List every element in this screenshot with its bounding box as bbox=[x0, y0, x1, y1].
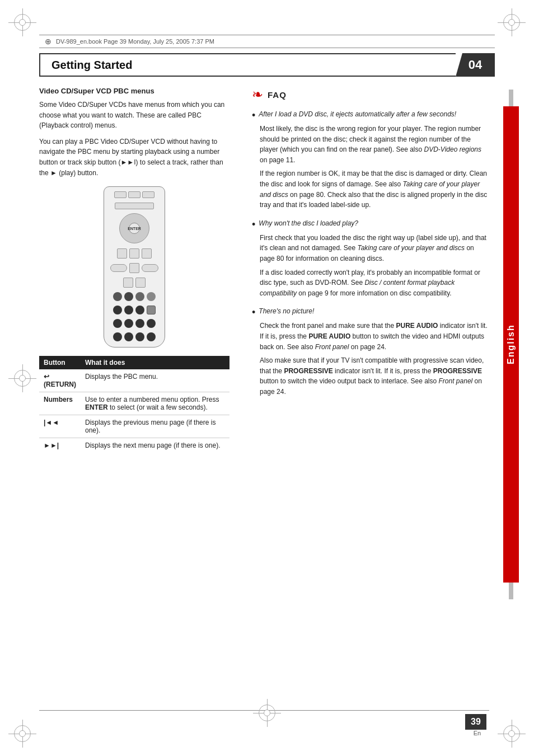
corner-decoration-tr bbox=[495, 6, 528, 39]
sidebar-label-text: English bbox=[503, 106, 519, 583]
remote-oval3 bbox=[142, 264, 158, 272]
table-cell-button: Numbers bbox=[39, 392, 81, 415]
remote-slot3 bbox=[142, 191, 154, 198]
table-header-button: Button bbox=[39, 356, 81, 369]
remote-oval-row bbox=[110, 263, 158, 273]
remote-btn1 bbox=[117, 248, 127, 259]
remote-round15 bbox=[147, 332, 156, 341]
section-para2: You can play a PBC Video CD/Super VCD wi… bbox=[39, 137, 229, 178]
remote-round-row5 bbox=[113, 332, 156, 341]
table-cell-button: ↩(RETURN) bbox=[39, 369, 81, 392]
remote-round4 bbox=[147, 292, 156, 301]
sidebar-language: English bbox=[505, 90, 517, 599]
faq-question-text: There's no picture! bbox=[259, 307, 314, 315]
table-cell-desc: Displays the PBC menu. bbox=[81, 369, 229, 392]
faq-question-text: Why won't the disc I loaded play? bbox=[259, 219, 358, 227]
remote-btn2 bbox=[129, 248, 139, 259]
right-column: ❧ FAQ • After I load a DVD disc, it ejec… bbox=[246, 87, 489, 706]
faq-answer-2a: First check that you loaded the disc the… bbox=[260, 233, 489, 264]
table-cell-button: ►►| bbox=[39, 438, 81, 453]
remote-slot2 bbox=[128, 191, 140, 198]
corner-decoration-ml bbox=[6, 361, 39, 395]
table-row: ↩(RETURN) Displays the PBC menu. bbox=[39, 369, 229, 392]
remote-round11 bbox=[147, 319, 156, 328]
faq-answer-3a: Check the front panel and make sure that… bbox=[260, 321, 489, 352]
page-lang: En bbox=[474, 730, 481, 736]
faq-header: ❧ FAQ bbox=[252, 87, 489, 102]
faq-item-3: • There's no picture! Check the front pa… bbox=[252, 307, 489, 397]
faq-item-2: • Why won't the disc I loaded play? Firs… bbox=[252, 219, 489, 299]
faq-answer-1b: If the region number is OK, it may be th… bbox=[260, 168, 489, 210]
file-info-text: DV-989_en.book Page 39 Monday, July 25, … bbox=[56, 38, 214, 45]
remote-sq1 bbox=[147, 306, 156, 314]
table-row: Numbers Use to enter a numbered menu opt… bbox=[39, 392, 229, 415]
remote-round10 bbox=[135, 319, 144, 328]
file-info-bar: ⊕ DV-989_en.book Page 39 Monday, July 25… bbox=[39, 35, 495, 48]
remote-dpad-center: ENTER bbox=[129, 223, 140, 234]
table-row: ►►| Displays the next menu page (if ther… bbox=[39, 438, 229, 453]
remote-small-row1 bbox=[117, 248, 152, 259]
faq-answer-2b: If a disc loaded correctly won't play, i… bbox=[260, 267, 489, 299]
header-title-box: Getting Started bbox=[39, 53, 456, 77]
faq-title: FAQ bbox=[268, 90, 287, 100]
button-label: ↩(RETURN) bbox=[44, 373, 76, 388]
remote-oval1 bbox=[110, 264, 127, 272]
table-cell-desc: Use to enter a numbered menu option. Pre… bbox=[81, 392, 229, 415]
page-header: Getting Started 04 bbox=[39, 53, 495, 77]
bullet-dot: • bbox=[252, 110, 255, 121]
remote-round5 bbox=[113, 306, 122, 314]
page-title: Getting Started bbox=[51, 59, 132, 72]
remote-round9 bbox=[124, 319, 133, 328]
page-number-box: 39 bbox=[465, 714, 486, 730]
remote-round-row3 bbox=[113, 306, 156, 314]
bottom-center-decoration bbox=[253, 699, 281, 727]
remote-round-row1 bbox=[123, 278, 146, 288]
remote-round-row2 bbox=[113, 292, 156, 301]
remote-control: ENTER bbox=[104, 186, 165, 348]
faq-item-1: • After I load a DVD disc, it ejects aut… bbox=[252, 110, 489, 210]
sidebar-bar-bottom bbox=[509, 583, 513, 599]
file-icon: ⊕ bbox=[45, 37, 51, 46]
sidebar-bar-top bbox=[509, 90, 513, 106]
left-column: Video CD/Super VCD PBC menus Some Video … bbox=[39, 87, 229, 706]
remote-round8 bbox=[113, 319, 122, 328]
main-content: Video CD/Super VCD PBC menus Some Video … bbox=[39, 87, 489, 706]
section-title: Video CD/Super VCD PBC menus bbox=[39, 87, 229, 95]
faq-question-text: After I load a DVD disc, it ejects autom… bbox=[259, 110, 456, 118]
page-number: 39 bbox=[471, 717, 481, 727]
remote-sm4 bbox=[123, 278, 133, 288]
remote-oval2 bbox=[129, 263, 139, 273]
faq-icon: ❧ bbox=[252, 87, 263, 102]
remote-sm5 bbox=[135, 278, 146, 288]
page-number-section: 39 En bbox=[465, 714, 489, 736]
remote-round-row4 bbox=[113, 319, 156, 328]
button-label: ►►| bbox=[44, 442, 59, 449]
table-cell-desc: Displays the next menu page (if there is… bbox=[81, 438, 229, 453]
faq-question-1: • After I load a DVD disc, it ejects aut… bbox=[252, 110, 489, 121]
table-row: |◄◄ Displays the previous menu page (if … bbox=[39, 415, 229, 438]
chapter-number-box: 04 bbox=[456, 53, 495, 77]
corner-decoration-br bbox=[495, 717, 528, 750]
faq-question-3: • There's no picture! bbox=[252, 307, 489, 318]
table-cell-button: |◄◄ bbox=[39, 415, 81, 438]
remote-btn3 bbox=[142, 248, 152, 259]
chapter-number: 04 bbox=[469, 58, 482, 72]
remote-dpad: ENTER bbox=[119, 213, 149, 243]
remote-round14 bbox=[135, 332, 144, 341]
remote-top-area bbox=[114, 191, 154, 198]
remote-illustration: ENTER bbox=[39, 186, 229, 348]
faq-answer-1a: Most likely, the disc is the wrong regio… bbox=[260, 124, 489, 165]
table-header-desc: What it does bbox=[81, 356, 229, 369]
remote-round6 bbox=[124, 306, 133, 314]
remote-round7 bbox=[135, 306, 144, 314]
corner-decoration-tl bbox=[6, 6, 39, 39]
bullet-dot: • bbox=[252, 307, 255, 318]
remote-round2 bbox=[124, 292, 133, 301]
button-label: |◄◄ bbox=[44, 419, 59, 426]
faq-answer-3b: Also make sure that if your TV isn't com… bbox=[260, 355, 489, 397]
remote-wide-bar bbox=[115, 203, 154, 209]
remote-slot1 bbox=[114, 191, 127, 198]
remote-round1 bbox=[113, 292, 122, 301]
faq-question-2: • Why won't the disc I loaded play? bbox=[252, 219, 489, 231]
corner-decoration-bl bbox=[6, 717, 39, 750]
